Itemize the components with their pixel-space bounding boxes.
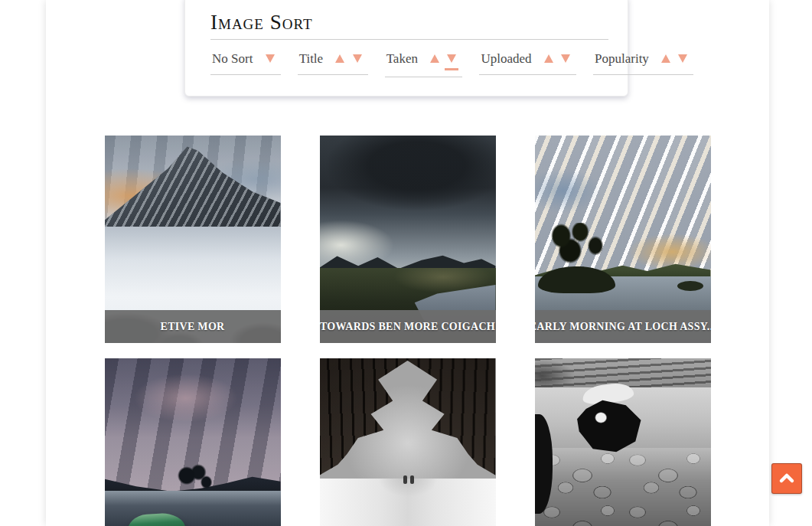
image-caption: EARLY MORNING AT LOCH ASSY... (535, 321, 711, 333)
sort-option-title[interactable]: Title (298, 51, 368, 75)
image-gallery: ETIVE MOR TOWARDS BEN MORE COIGACH (46, 136, 769, 526)
gallery-row-2 (46, 358, 769, 526)
title-divider (210, 39, 608, 40)
thumbnail-ben-more-coigach[interactable]: TOWARDS BEN MORE COIGACH (320, 136, 496, 343)
sort-ascending-icon[interactable] (335, 54, 344, 63)
thumbnail-rock-pebbles[interactable] (535, 358, 711, 526)
active-sort-indicator[interactable] (445, 51, 458, 70)
photo-sky (535, 358, 711, 387)
photo-walker (403, 475, 407, 484)
chevron-up-icon (778, 469, 796, 488)
sort-ascending-icon[interactable] (430, 54, 439, 63)
page: Image Sort No Sort Title Taken (0, 0, 812, 526)
sort-descending-icon[interactable] (678, 54, 687, 63)
sort-option-label: Uploaded (481, 51, 531, 66)
sort-panel-title: Image Sort (210, 11, 628, 34)
image-caption: ETIVE MOR (161, 321, 225, 333)
sort-option-label: Title (299, 51, 324, 66)
photo-pine-trees (543, 223, 607, 273)
sort-descending-icon[interactable] (266, 54, 275, 63)
photo-walker (410, 475, 414, 484)
sort-options-row: No Sort Title Taken Uploaded (210, 51, 628, 77)
thumbnail-snowy-avenue[interactable] (320, 358, 496, 526)
sort-option-label: Popularity (595, 51, 649, 66)
sort-descending-icon[interactable] (447, 54, 456, 63)
photo-storm-sky (320, 136, 496, 273)
photo-underwater-pebbles (535, 448, 711, 526)
thumbnail-dusk-loch-boat[interactable] (105, 358, 281, 526)
sort-option-no-sort[interactable]: No Sort (210, 51, 281, 75)
thumbnail-etive-mor[interactable]: ETIVE MOR (105, 136, 281, 343)
content-column: Image Sort No Sort Title Taken (46, 0, 769, 526)
sort-descending-icon[interactable] (561, 54, 570, 63)
thumbnail-loch-assynt[interactable]: EARLY MORNING AT LOCH ASSY... (535, 136, 711, 343)
caption-bar: TOWARDS BEN MORE COIGACH (320, 310, 496, 343)
image-sort-panel: Image Sort No Sort Title Taken (184, 0, 628, 96)
caption-bar: EARLY MORNING AT LOCH ASSY... (535, 310, 711, 343)
scroll-to-top-button[interactable] (771, 463, 802, 494)
gallery-row-1: ETIVE MOR TOWARDS BEN MORE COIGACH (46, 136, 769, 343)
sort-option-uploaded[interactable]: Uploaded (479, 51, 576, 75)
image-caption: TOWARDS BEN MORE COIGACH (320, 321, 495, 333)
photo-snow-path (320, 479, 496, 526)
sort-descending-icon[interactable] (353, 54, 362, 63)
caption-bar: ETIVE MOR (105, 310, 281, 343)
sort-option-label: No Sort (212, 51, 253, 66)
photo-pine-silhouette (171, 462, 216, 495)
sort-ascending-icon[interactable] (544, 54, 553, 63)
sort-ascending-icon[interactable] (661, 54, 670, 63)
sort-option-popularity[interactable]: Popularity (593, 51, 693, 75)
sort-option-label: Taken (386, 51, 418, 66)
sort-option-taken[interactable]: Taken (385, 51, 463, 77)
